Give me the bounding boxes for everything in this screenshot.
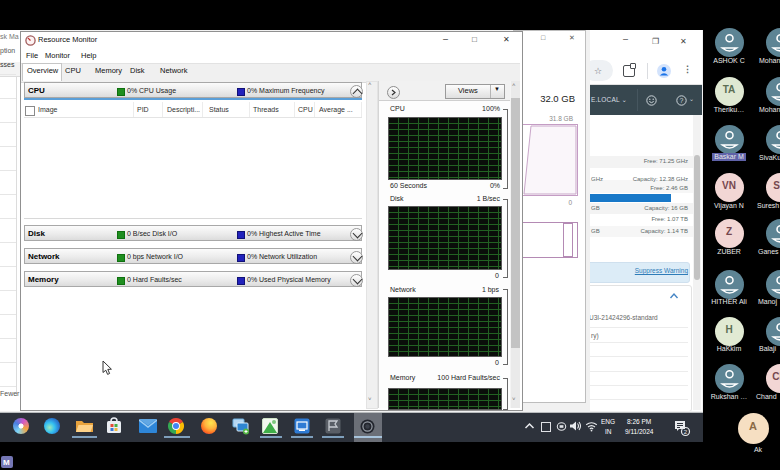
svg-text:?: ?: [680, 97, 684, 104]
svg-text:2: 2: [684, 429, 688, 435]
